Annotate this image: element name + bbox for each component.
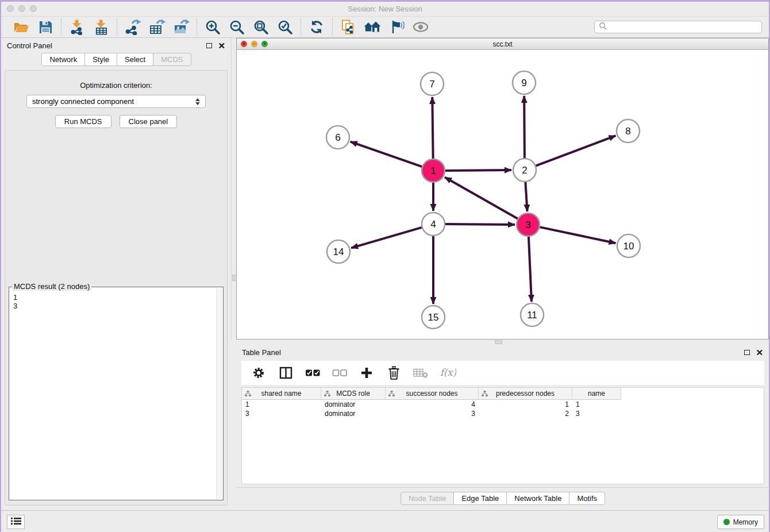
graph-edge-3-11[interactable] xyxy=(529,236,532,302)
network-canvas[interactable]: 1234678910111415 xyxy=(237,50,768,339)
column-header-predecessor-nodes[interactable]: predecessor nodes xyxy=(479,388,572,400)
table-panel: Table Panel ✕ f(x) shared nameMCDS roles… xyxy=(236,345,769,510)
graph-edge-4-14[interactable] xyxy=(351,228,422,248)
zoom-fit-icon[interactable] xyxy=(252,18,270,36)
split-view-icon[interactable] xyxy=(277,365,294,380)
export-network-icon[interactable] xyxy=(124,18,141,36)
task-history-button[interactable] xyxy=(7,515,25,529)
graph-edge-4-3[interactable] xyxy=(445,224,515,225)
toolbar-group xyxy=(333,18,436,36)
float-table-panel-icon[interactable] xyxy=(744,350,750,355)
graph-edge-3-1[interactable] xyxy=(445,177,518,219)
search-field[interactable] xyxy=(594,21,762,33)
status-bar: Memory xyxy=(1,510,769,532)
graph-edge-1-6[interactable] xyxy=(351,142,422,167)
graph-edge-3-10[interactable] xyxy=(540,227,616,243)
svg-text:f(x): f(x) xyxy=(440,367,456,378)
control-panel-title: Control Panel xyxy=(7,41,52,50)
houses-icon[interactable] xyxy=(364,18,381,36)
search-input[interactable] xyxy=(610,23,757,31)
tab-network[interactable]: Network xyxy=(41,53,85,66)
column-type-icon xyxy=(245,391,251,399)
eye-icon[interactable] xyxy=(412,18,429,36)
horizontal-split-divider[interactable] xyxy=(236,340,769,345)
toolbar-group xyxy=(197,18,301,36)
minimize-window-button[interactable] xyxy=(18,5,25,12)
zoom-in-icon[interactable] xyxy=(204,18,221,36)
table-cell: dominator xyxy=(321,400,386,409)
tab-edge-table[interactable]: Edge Table xyxy=(453,492,507,505)
column-header-label: successor nodes xyxy=(406,390,457,398)
settings-icon[interactable] xyxy=(250,365,267,380)
column-header-mcds-role[interactable]: MCDS role xyxy=(321,388,386,400)
import-network-icon[interactable] xyxy=(68,18,86,36)
deselect-all-icon[interactable] xyxy=(331,365,348,380)
graph-node-label: 6 xyxy=(335,132,340,143)
graph-node-label: 9 xyxy=(521,78,526,88)
float-panel-icon[interactable] xyxy=(206,43,212,48)
zoom-check-icon[interactable] xyxy=(276,18,294,36)
horizontal-split-handle[interactable] xyxy=(495,340,502,344)
zoom-window-button[interactable] xyxy=(30,5,37,12)
table-panel-title: Table Panel xyxy=(242,348,281,357)
tab-node-table[interactable]: Node Table xyxy=(401,492,455,505)
add-icon[interactable] xyxy=(358,365,375,380)
memory-label: Memory xyxy=(733,518,758,526)
select-all-icon[interactable] xyxy=(304,365,321,380)
vertical-split-handle[interactable] xyxy=(232,275,236,281)
close-table-panel-icon[interactable]: ✕ xyxy=(756,348,763,357)
window-controls xyxy=(7,5,37,12)
flag-icon[interactable] xyxy=(388,18,405,36)
tab-network-table[interactable]: Network Table xyxy=(506,492,569,505)
search-icon xyxy=(599,22,607,32)
tab-motifs[interactable]: Motifs xyxy=(569,492,605,505)
table-tabs: Node TableEdge TableNetwork TableMotifs xyxy=(236,492,769,505)
save-icon[interactable] xyxy=(37,18,54,36)
mcds-result-line: 1 xyxy=(13,293,213,302)
export-table-icon[interactable] xyxy=(148,18,165,36)
result-scrollbar[interactable] xyxy=(216,288,222,499)
open-icon[interactable] xyxy=(13,18,30,36)
table-header-row: shared nameMCDS rolesuccessor nodesprede… xyxy=(242,388,764,400)
graph-edge-2-8[interactable] xyxy=(536,136,616,166)
table-cell: 4 xyxy=(386,400,479,409)
refresh-icon[interactable] xyxy=(308,18,325,36)
list-icon xyxy=(11,517,21,527)
memory-button[interactable]: Memory xyxy=(717,515,764,529)
column-header-successor-nodes[interactable]: successor nodes xyxy=(386,388,479,400)
table-cell: 1 xyxy=(479,400,572,409)
close-window-button[interactable] xyxy=(7,5,14,12)
copy-network-icon[interactable] xyxy=(340,18,357,36)
graph-edge-2-9[interactable] xyxy=(524,96,525,159)
close-panel-button[interactable]: Close panel xyxy=(120,115,178,128)
delete-icon[interactable] xyxy=(385,365,402,380)
zoom-out-icon[interactable] xyxy=(228,18,245,36)
table-toolbar: f(x) xyxy=(241,361,764,385)
run-mcds-button[interactable]: Run MCDS xyxy=(55,115,111,128)
table-row[interactable]: 1dominator411 xyxy=(242,400,764,409)
criterion-select[interactable]: strongly connected component xyxy=(26,95,206,108)
tab-select[interactable]: Select xyxy=(117,53,153,66)
export-image-icon[interactable] xyxy=(172,18,190,36)
network-minimize-icon[interactable]: – xyxy=(251,41,257,47)
vertical-split-divider[interactable] xyxy=(231,38,236,340)
graph-node-label: 7 xyxy=(429,79,434,90)
close-panel-icon[interactable]: ✕ xyxy=(218,41,225,50)
column-header-shared-name[interactable]: shared name xyxy=(242,388,321,400)
table-row[interactable]: 3dominator323 xyxy=(242,409,764,418)
network-close-icon[interactable]: × xyxy=(241,41,247,47)
graph-edge-1-2[interactable] xyxy=(445,170,511,171)
network-window-titlebar[interactable]: × – + scc.txt xyxy=(237,38,768,50)
network-graph: 1234678910111415 xyxy=(237,50,770,340)
table-tabs-strip: Node TableEdge TableNetwork TableMotifs xyxy=(236,487,769,510)
column-header-name[interactable]: name xyxy=(572,388,621,400)
criterion-selected-value: strongly connected component xyxy=(32,97,195,106)
tab-mcds[interactable]: MCDS xyxy=(153,53,191,66)
graph-node-label: 11 xyxy=(527,310,537,321)
graph-edge-1-7[interactable] xyxy=(432,97,433,159)
network-maximize-icon[interactable]: + xyxy=(261,41,268,47)
graph-edge-2-3[interactable] xyxy=(525,182,527,211)
tab-style[interactable]: Style xyxy=(84,53,117,66)
import-table-icon[interactable] xyxy=(93,18,110,36)
mcds-result-list[interactable]: 13 xyxy=(10,292,215,499)
